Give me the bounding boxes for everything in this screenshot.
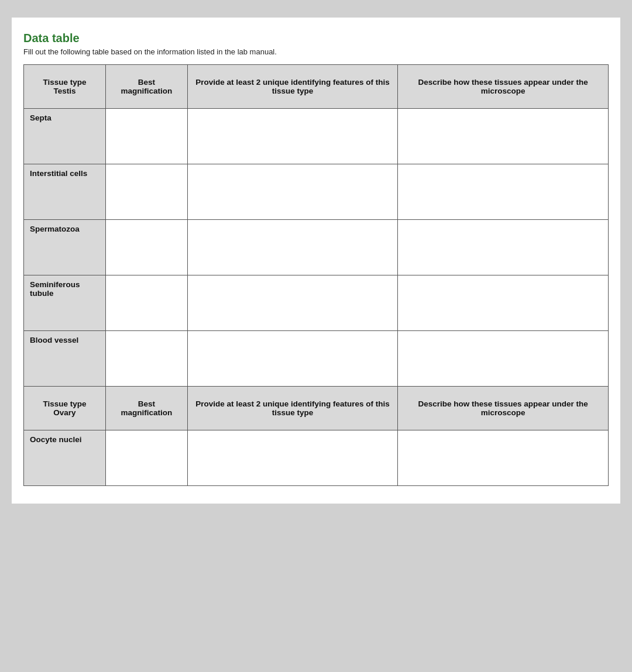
data-table: Tissue typeTestis Best magnification Pro… — [23, 64, 609, 486]
testis-col2-header: Best magnification — [105, 65, 187, 109]
tissue-septa: Septa — [24, 109, 106, 164]
interstitial-features[interactable] — [187, 164, 398, 220]
spermatozoa-magnification[interactable] — [105, 220, 187, 275]
page-container: Data table Fill out the following table … — [12, 18, 620, 504]
spermatozoa-features[interactable] — [187, 220, 398, 275]
blood-vessel-features[interactable] — [187, 331, 398, 387]
ovary-col4-header: Describe how these tissues appear under … — [398, 387, 609, 430]
interstitial-description[interactable] — [398, 164, 609, 220]
testis-col4-header: Describe how these tissues appear under … — [398, 65, 609, 109]
page-title: Data table — [23, 32, 609, 45]
tissue-oocyte-nuclei: Oocyte nuclei — [24, 430, 106, 486]
table-row: Interstitial cells — [24, 164, 609, 220]
tissue-blood-vessel: Blood vessel — [24, 331, 106, 387]
spermatozoa-description[interactable] — [398, 220, 609, 275]
tissue-interstitial-cells: Interstitial cells — [24, 164, 106, 220]
table-row: Spermatozoa — [24, 220, 609, 275]
table-row: Septa — [24, 109, 609, 164]
tissue-spermatozoa: Spermatozoa — [24, 220, 106, 275]
testis-col1-header: Tissue typeTestis — [24, 65, 106, 109]
blood-vessel-magnification[interactable] — [105, 331, 187, 387]
septa-features[interactable] — [187, 109, 398, 164]
septa-description[interactable] — [398, 109, 609, 164]
septa-magnification[interactable] — [105, 109, 187, 164]
ovary-col2-header: Best magnification — [105, 387, 187, 430]
ovary-header-row: Tissue typeOvary Best magnification Prov… — [24, 387, 609, 430]
seminiferous-description[interactable] — [398, 275, 609, 331]
seminiferous-magnification[interactable] — [105, 275, 187, 331]
oocyte-description[interactable] — [398, 430, 609, 486]
testis-col3-header: Provide at least 2 unique identifying fe… — [187, 65, 398, 109]
blood-vessel-description[interactable] — [398, 331, 609, 387]
table-row: Blood vessel — [24, 331, 609, 387]
oocyte-features[interactable] — [187, 430, 398, 486]
oocyte-magnification[interactable] — [105, 430, 187, 486]
table-row: Oocyte nuclei — [24, 430, 609, 486]
tissue-seminiferous-tubule: Seminiferous tubule — [24, 275, 106, 331]
seminiferous-features[interactable] — [187, 275, 398, 331]
interstitial-magnification[interactable] — [105, 164, 187, 220]
subtitle: Fill out the following table based on th… — [23, 47, 609, 56]
testis-header-row: Tissue typeTestis Best magnification Pro… — [24, 65, 609, 109]
ovary-col3-header: Provide at least 2 unique identifying fe… — [187, 387, 398, 430]
table-row: Seminiferous tubule — [24, 275, 609, 331]
ovary-col1-header: Tissue typeOvary — [24, 387, 106, 430]
